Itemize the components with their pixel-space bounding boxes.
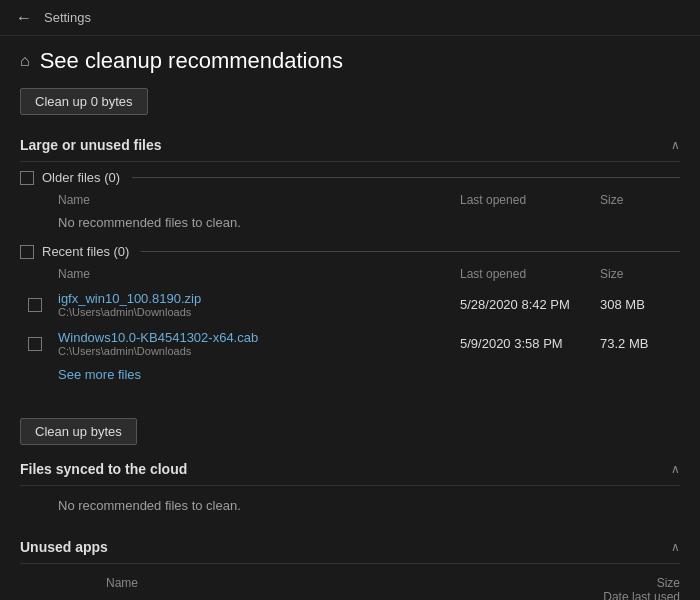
title-bar-text: Settings xyxy=(44,10,91,25)
cloud-sync-content: No recommended files to clean. xyxy=(20,486,680,525)
older-files-col-size: Size xyxy=(600,193,680,207)
older-files-col-opened: Last opened xyxy=(460,193,600,207)
older-files-header: Older files (0) xyxy=(20,170,680,185)
file-checkbox[interactable] xyxy=(28,298,42,312)
bottom-cleanup-button[interactable]: Clean up bytes xyxy=(20,418,137,445)
unused-apps-table-header: Name Size Date last used xyxy=(20,572,680,600)
unused-apps-content: Name Size Date last used ♪ Groove Music … xyxy=(20,564,680,600)
recent-files-label: Recent files (0) xyxy=(42,244,129,259)
large-unused-content: Older files (0) Name Last opened Size No… xyxy=(20,162,680,404)
older-files-divider xyxy=(132,177,680,178)
unused-apps-header[interactable]: Unused apps ∧ xyxy=(20,531,680,564)
title-bar: ← Settings xyxy=(0,0,700,36)
page-header: ⌂ See cleanup recommendations xyxy=(20,48,680,74)
file-size: 73.2 MB xyxy=(600,336,680,351)
file-checkbox[interactable] xyxy=(28,337,42,351)
large-unused-header[interactable]: Large or unused files ∧ xyxy=(20,129,680,162)
older-files-empty-msg: No recommended files to clean. xyxy=(20,211,680,234)
cloud-sync-section: Files synced to the cloud ∧ No recommend… xyxy=(20,453,680,525)
unused-apps-chevron: ∧ xyxy=(671,540,680,554)
unused-apps-title: Unused apps xyxy=(20,539,108,555)
recent-files-col-opened: Last opened xyxy=(460,267,600,281)
unused-apps-section: Unused apps ∧ Name Size Date last used ♪… xyxy=(20,531,680,600)
cloud-sync-title: Files synced to the cloud xyxy=(20,461,187,477)
large-unused-section: Large or unused files ∧ Older files (0) … xyxy=(20,129,680,404)
see-more-files[interactable]: See more files xyxy=(20,363,680,386)
file-name: igfx_win10_100.8190.zip xyxy=(58,291,460,306)
older-files-table-header: Name Last opened Size xyxy=(20,189,680,211)
file-last-opened: 5/9/2020 3:58 PM xyxy=(460,336,600,351)
older-files-checkbox[interactable] xyxy=(20,171,34,185)
recent-files-header: Recent files (0) xyxy=(20,244,680,259)
large-unused-title: Large or unused files xyxy=(20,137,162,153)
older-files-subsection: Older files (0) Name Last opened Size No… xyxy=(20,170,680,234)
main-content: ⌂ See cleanup recommendations Clean up 0… xyxy=(0,36,700,600)
recent-files-col-name: Name xyxy=(58,267,460,281)
app-col-name: Name xyxy=(106,576,595,600)
recent-files-col-size: Size xyxy=(600,267,680,281)
large-unused-chevron: ∧ xyxy=(671,138,680,152)
cloud-sync-empty-msg: No recommended files to clean. xyxy=(20,494,680,517)
file-path: C:\Users\admin\Downloads xyxy=(58,345,460,357)
file-info: Windows10.0-KB4541302-x64.cab C:\Users\a… xyxy=(58,330,460,357)
home-icon: ⌂ xyxy=(20,52,30,70)
recent-files-subsection: Recent files (0) Name Last opened Size i… xyxy=(20,244,680,386)
page-title: See cleanup recommendations xyxy=(40,48,343,74)
file-name: Windows10.0-KB4541302-x64.cab xyxy=(58,330,460,345)
older-files-col-name: Name xyxy=(58,193,460,207)
recent-files-list: igfx_win10_100.8190.zip C:\Users\admin\D… xyxy=(20,285,680,363)
app-col-size: Size xyxy=(603,576,680,590)
back-button[interactable]: ← xyxy=(12,7,36,29)
table-row: Windows10.0-KB4541302-x64.cab C:\Users\a… xyxy=(20,324,680,363)
file-last-opened: 5/28/2020 8:42 PM xyxy=(460,297,600,312)
app-col-date: Date last used xyxy=(603,590,680,600)
older-files-label: Older files (0) xyxy=(42,170,120,185)
cloud-sync-header[interactable]: Files synced to the cloud ∧ xyxy=(20,453,680,486)
table-row: igfx_win10_100.8190.zip C:\Users\admin\D… xyxy=(20,285,680,324)
file-path: C:\Users\admin\Downloads xyxy=(58,306,460,318)
recent-files-checkbox[interactable] xyxy=(20,245,34,259)
file-size: 308 MB xyxy=(600,297,680,312)
recent-files-divider xyxy=(141,251,680,252)
top-cleanup-button[interactable]: Clean up 0 bytes xyxy=(20,88,148,115)
recent-files-table-header: Name Last opened Size xyxy=(20,263,680,285)
file-info: igfx_win10_100.8190.zip C:\Users\admin\D… xyxy=(58,291,460,318)
cloud-sync-chevron: ∧ xyxy=(671,462,680,476)
app-col-size-date: Size Date last used xyxy=(603,576,680,600)
